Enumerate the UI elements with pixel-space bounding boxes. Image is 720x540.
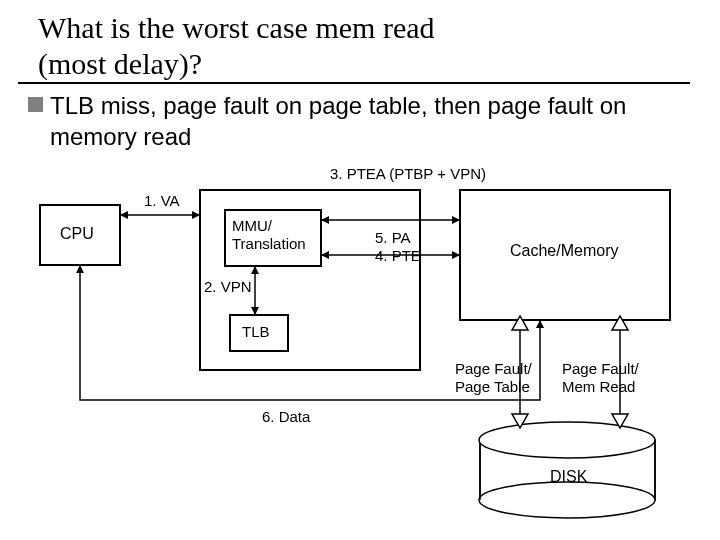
arrow-va — [120, 211, 200, 219]
disk-label: DISK — [550, 468, 587, 486]
cpu-label: CPU — [60, 225, 94, 243]
cache-label: Cache/Memory — [510, 242, 618, 260]
title-line1: What is the worst case mem read — [38, 11, 435, 44]
mmu-label-1: MMU/ — [232, 217, 272, 234]
svg-marker-10 — [251, 266, 259, 274]
svg-marker-13 — [321, 216, 329, 224]
svg-marker-17 — [76, 265, 84, 273]
step4-label: 4. PTE — [375, 247, 421, 264]
step6-label: 6. Data — [262, 408, 310, 425]
svg-point-4 — [479, 422, 655, 458]
svg-marker-16 — [321, 251, 329, 259]
title-underline — [18, 82, 690, 84]
pf2-l2: Mem Read — [562, 378, 635, 395]
mmu-label-2: Translation — [232, 235, 306, 252]
step3-label: 3. PTEA (PTBP + VPN) — [330, 165, 486, 182]
svg-marker-12 — [452, 216, 460, 224]
arrow-vpn — [251, 266, 259, 315]
diagram-svg — [0, 160, 720, 540]
svg-marker-18 — [536, 320, 544, 328]
svg-marker-7 — [120, 211, 128, 219]
pf1-l1: Page Fault/ — [455, 360, 532, 377]
title-line2: (most delay)? — [38, 47, 202, 80]
bullet-icon — [28, 97, 43, 112]
svg-marker-9 — [251, 307, 259, 315]
pf1-l2: Page Table — [455, 378, 530, 395]
svg-marker-6 — [192, 211, 200, 219]
svg-marker-15 — [452, 251, 460, 259]
arrow-ptea — [321, 216, 460, 224]
slide-title: What is the worst case mem read (most de… — [38, 10, 435, 82]
bullet-text: TLB miss, page fault on page table, then… — [50, 90, 690, 152]
svg-point-1 — [479, 482, 655, 518]
step1-label: 1. VA — [144, 192, 180, 209]
pf2-l1: Page Fault/ — [562, 360, 639, 377]
step2-label: 2. VPN — [204, 278, 252, 295]
step5-label: 5. PA — [375, 229, 411, 246]
tlb-label: TLB — [242, 323, 270, 340]
